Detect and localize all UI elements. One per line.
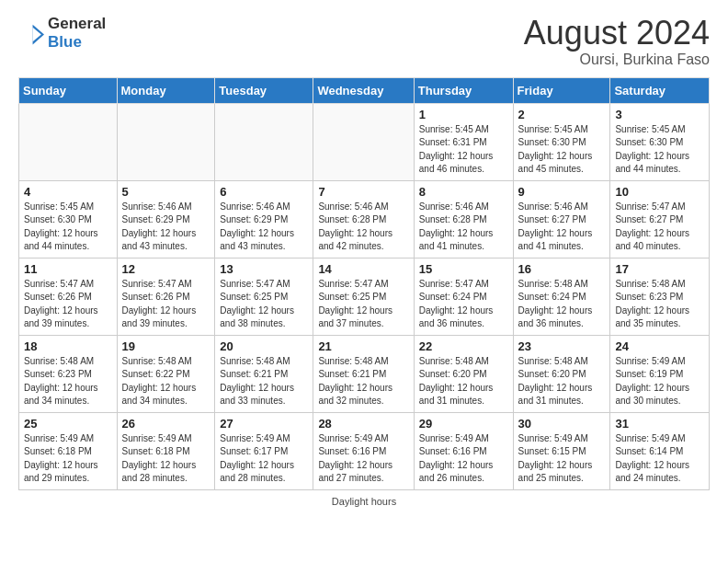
day-number: 11	[24, 262, 112, 276]
weekday-friday: Friday	[513, 77, 610, 103]
calendar-cell: 26Sunrise: 5:49 AM Sunset: 6:18 PM Dayli…	[117, 412, 215, 489]
day-number: 6	[220, 185, 308, 199]
day-number: 26	[122, 417, 210, 431]
day-number: 3	[615, 108, 704, 121]
day-number: 13	[220, 262, 308, 276]
location-title: Oursi, Burkina Faso	[524, 52, 710, 68]
month-title: August 2024	[524, 15, 710, 52]
day-info: Sunrise: 5:49 AM Sunset: 6:17 PM Dayligh…	[220, 432, 308, 486]
day-info: Sunrise: 5:46 AM Sunset: 6:28 PM Dayligh…	[419, 201, 508, 254]
calendar-cell: 9Sunrise: 5:46 AM Sunset: 6:27 PM Daylig…	[513, 180, 610, 258]
day-number: 7	[318, 185, 408, 199]
day-number: 25	[24, 417, 112, 431]
week-row-4: 25Sunrise: 5:49 AM Sunset: 6:18 PM Dayli…	[19, 412, 710, 489]
day-number: 1	[419, 108, 508, 121]
day-info: Sunrise: 5:48 AM Sunset: 6:20 PM Dayligh…	[419, 355, 508, 408]
weekday-thursday: Thursday	[414, 77, 513, 103]
day-number: 12	[122, 262, 210, 276]
footer: Daylight hours	[18, 496, 710, 507]
calendar-cell: 27Sunrise: 5:49 AM Sunset: 6:17 PM Dayli…	[215, 412, 313, 489]
day-info: Sunrise: 5:47 AM Sunset: 6:25 PM Dayligh…	[318, 278, 408, 331]
calendar-cell: 3Sunrise: 5:45 AM Sunset: 6:30 PM Daylig…	[610, 103, 710, 180]
day-number: 9	[518, 185, 606, 199]
day-number: 21	[318, 339, 408, 353]
day-number: 10	[615, 185, 704, 199]
day-info: Sunrise: 5:49 AM Sunset: 6:19 PM Dayligh…	[615, 355, 704, 408]
day-number: 15	[419, 262, 508, 276]
calendar-cell: 30Sunrise: 5:49 AM Sunset: 6:15 PM Dayli…	[513, 412, 610, 489]
day-info: Sunrise: 5:46 AM Sunset: 6:27 PM Dayligh…	[518, 201, 606, 254]
week-row-2: 11Sunrise: 5:47 AM Sunset: 6:26 PM Dayli…	[19, 258, 710, 335]
weekday-saturday: Saturday	[610, 77, 710, 103]
calendar-cell: 12Sunrise: 5:47 AM Sunset: 6:26 PM Dayli…	[117, 258, 215, 335]
day-info: Sunrise: 5:49 AM Sunset: 6:14 PM Dayligh…	[615, 432, 704, 486]
calendar-cell: 20Sunrise: 5:48 AM Sunset: 6:21 PM Dayli…	[215, 335, 313, 412]
calendar-cell: 18Sunrise: 5:48 AM Sunset: 6:23 PM Dayli…	[19, 335, 118, 412]
weekday-wednesday: Wednesday	[313, 77, 414, 103]
calendar-cell: 23Sunrise: 5:48 AM Sunset: 6:20 PM Dayli…	[513, 335, 610, 412]
day-info: Sunrise: 5:45 AM Sunset: 6:31 PM Dayligh…	[419, 123, 508, 177]
day-info: Sunrise: 5:49 AM Sunset: 6:16 PM Dayligh…	[318, 432, 408, 486]
weekday-tuesday: Tuesday	[215, 77, 313, 103]
day-info: Sunrise: 5:49 AM Sunset: 6:18 PM Dayligh…	[24, 432, 112, 486]
week-row-1: 4Sunrise: 5:45 AM Sunset: 6:30 PM Daylig…	[19, 180, 710, 258]
calendar-cell: 17Sunrise: 5:48 AM Sunset: 6:23 PM Dayli…	[610, 258, 710, 335]
day-number: 27	[220, 417, 308, 431]
day-info: Sunrise: 5:48 AM Sunset: 6:21 PM Dayligh…	[318, 355, 408, 408]
calendar-cell: 28Sunrise: 5:49 AM Sunset: 6:16 PM Dayli…	[313, 412, 414, 489]
calendar-cell: 8Sunrise: 5:46 AM Sunset: 6:28 PM Daylig…	[414, 180, 513, 258]
week-row-3: 18Sunrise: 5:48 AM Sunset: 6:23 PM Dayli…	[19, 335, 710, 412]
day-number: 31	[615, 417, 704, 431]
day-number: 29	[419, 417, 508, 431]
weekday-header-row: SundayMondayTuesdayWednesdayThursdayFrid…	[19, 77, 710, 103]
day-number: 17	[615, 262, 704, 276]
calendar-cell: 29Sunrise: 5:49 AM Sunset: 6:16 PM Dayli…	[414, 412, 513, 489]
logo: General Blue	[18, 15, 106, 51]
calendar-cell: 10Sunrise: 5:47 AM Sunset: 6:27 PM Dayli…	[610, 180, 710, 258]
day-info: Sunrise: 5:48 AM Sunset: 6:20 PM Dayligh…	[518, 355, 606, 408]
day-info: Sunrise: 5:48 AM Sunset: 6:23 PM Dayligh…	[24, 355, 112, 408]
calendar-cell: 7Sunrise: 5:46 AM Sunset: 6:28 PM Daylig…	[313, 180, 414, 258]
day-info: Sunrise: 5:46 AM Sunset: 6:29 PM Dayligh…	[122, 201, 210, 254]
calendar-cell: 25Sunrise: 5:49 AM Sunset: 6:18 PM Dayli…	[19, 412, 118, 489]
calendar-cell: 4Sunrise: 5:45 AM Sunset: 6:30 PM Daylig…	[19, 180, 118, 258]
day-info: Sunrise: 5:45 AM Sunset: 6:30 PM Dayligh…	[24, 201, 112, 254]
calendar-cell: 14Sunrise: 5:47 AM Sunset: 6:25 PM Dayli…	[313, 258, 414, 335]
calendar-cell: 22Sunrise: 5:48 AM Sunset: 6:20 PM Dayli…	[414, 335, 513, 412]
day-info: Sunrise: 5:48 AM Sunset: 6:21 PM Dayligh…	[220, 355, 308, 408]
calendar-table: SundayMondayTuesdayWednesdayThursdayFrid…	[18, 77, 710, 490]
calendar-body: 1Sunrise: 5:45 AM Sunset: 6:31 PM Daylig…	[19, 103, 710, 489]
day-number: 4	[24, 185, 112, 199]
day-info: Sunrise: 5:47 AM Sunset: 6:24 PM Dayligh…	[419, 278, 508, 331]
day-number: 5	[122, 185, 210, 199]
calendar-cell	[313, 103, 414, 180]
calendar-cell: 1Sunrise: 5:45 AM Sunset: 6:31 PM Daylig…	[414, 103, 513, 180]
day-number: 8	[419, 185, 508, 199]
day-info: Sunrise: 5:49 AM Sunset: 6:15 PM Dayligh…	[518, 432, 606, 486]
day-number: 20	[220, 339, 308, 353]
day-number: 28	[318, 417, 408, 431]
week-row-0: 1Sunrise: 5:45 AM Sunset: 6:31 PM Daylig…	[19, 103, 710, 180]
day-info: Sunrise: 5:45 AM Sunset: 6:30 PM Dayligh…	[518, 123, 606, 177]
day-info: Sunrise: 5:49 AM Sunset: 6:16 PM Dayligh…	[419, 432, 508, 486]
calendar-cell: 16Sunrise: 5:48 AM Sunset: 6:24 PM Dayli…	[513, 258, 610, 335]
day-info: Sunrise: 5:47 AM Sunset: 6:27 PM Dayligh…	[615, 201, 704, 254]
day-info: Sunrise: 5:48 AM Sunset: 6:24 PM Dayligh…	[518, 278, 606, 331]
logo-text-line1: General	[48, 15, 106, 33]
calendar-cell: 6Sunrise: 5:46 AM Sunset: 6:29 PM Daylig…	[215, 180, 313, 258]
day-info: Sunrise: 5:46 AM Sunset: 6:28 PM Dayligh…	[318, 201, 408, 254]
day-info: Sunrise: 5:47 AM Sunset: 6:26 PM Dayligh…	[122, 278, 210, 331]
day-info: Sunrise: 5:47 AM Sunset: 6:26 PM Dayligh…	[24, 278, 112, 331]
day-number: 16	[518, 262, 606, 276]
logo-icon	[18, 20, 44, 46]
calendar-cell: 2Sunrise: 5:45 AM Sunset: 6:30 PM Daylig…	[513, 103, 610, 180]
calendar-cell: 5Sunrise: 5:46 AM Sunset: 6:29 PM Daylig…	[117, 180, 215, 258]
calendar-cell	[19, 103, 118, 180]
logo-text-line2: Blue	[48, 33, 106, 52]
day-number: 22	[419, 339, 508, 353]
calendar-cell: 19Sunrise: 5:48 AM Sunset: 6:22 PM Dayli…	[117, 335, 215, 412]
day-info: Sunrise: 5:46 AM Sunset: 6:29 PM Dayligh…	[220, 201, 308, 254]
calendar-cell: 15Sunrise: 5:47 AM Sunset: 6:24 PM Dayli…	[414, 258, 513, 335]
day-number: 23	[518, 339, 606, 353]
day-number: 2	[518, 108, 606, 121]
